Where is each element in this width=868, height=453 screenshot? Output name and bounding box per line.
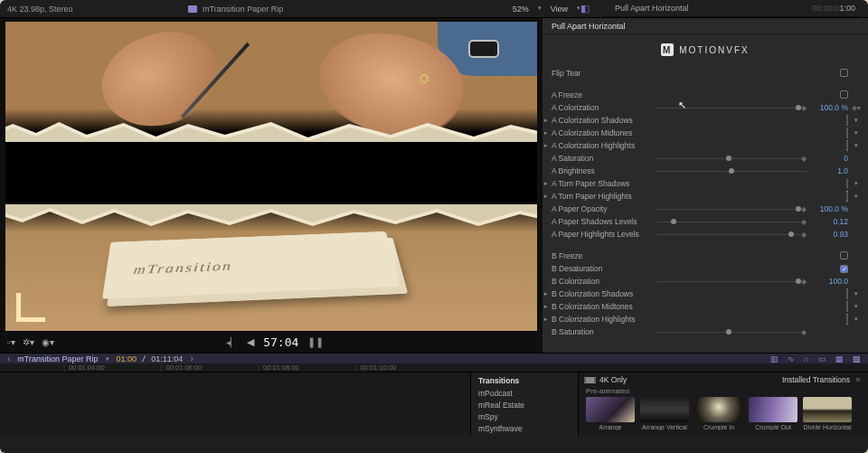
format-label: 4K 23.98p, Stereo (7, 5, 188, 14)
prev-edit-button[interactable]: ◂▏ (226, 337, 238, 347)
disclosure-triangle-icon[interactable]: ▸ (544, 290, 548, 297)
a-colorization-slider[interactable] (796, 105, 801, 110)
param-b-freeze: B Freeze (552, 251, 656, 260)
transitions-category-list: Transitions mPodcast mReal Estate mSpy m… (470, 373, 579, 436)
audio-skimming-icon[interactable]: ∿ (788, 354, 795, 363)
param-a-freeze: A Freeze (552, 90, 656, 99)
clip-filter-icon[interactable] (586, 377, 594, 383)
category-item[interactable]: mSpy (471, 411, 578, 422)
play-backward-button[interactable]: ◀ (247, 336, 254, 348)
param-b-desaturation: B Desaturation (552, 264, 656, 273)
param-a-col-shadows: A Colorization Shadows (552, 116, 656, 125)
param-b-saturation: B Saturation (552, 327, 656, 336)
transition-duration[interactable]: 1:00 (839, 4, 855, 13)
timeline-ruler[interactable]: 00:01:04:00 00:01:06:00 00:01:08:00 00:0… (0, 363, 868, 373)
zoom-dropdown[interactable]: 52% (513, 5, 529, 14)
b-desaturation-checkbox[interactable] (840, 265, 848, 273)
playhead-timecode[interactable]: 57:04 (263, 335, 298, 349)
chevron-down-icon[interactable]: ▾ (854, 316, 858, 323)
chevron-down-icon[interactable]: ▾ (854, 303, 858, 310)
a-freeze-checkbox[interactable] (840, 90, 848, 99)
project-title: mTransition Paper Rip (203, 5, 283, 14)
solo-icon[interactable]: ▭ (818, 354, 826, 363)
chevron-down-icon[interactable]: ▾ (854, 142, 858, 149)
param-a-brightness: A Brightness (552, 166, 656, 175)
b-highlights-swatch[interactable] (846, 314, 848, 325)
transition-group-label: Pre-animated (579, 387, 868, 397)
flip-tear-checkbox[interactable] (840, 69, 848, 77)
inspector-tab-icon[interactable]: ◧ (580, 3, 590, 14)
param-a-torn-shadows: A Torn Paper Shadows (552, 179, 656, 188)
inspector-panel: Pull Apart Horizontal M MOTIONVFX Flip T… (542, 18, 868, 353)
category-item[interactable]: mReal Estate (471, 399, 578, 411)
disclosure-triangle-icon[interactable]: ▸ (544, 303, 548, 310)
b-freeze-checkbox[interactable] (840, 251, 848, 260)
disclosure-triangle-icon[interactable]: ▸ (544, 316, 548, 323)
history-forward-button[interactable]: › (190, 354, 193, 363)
keyframe-menu-icon[interactable]: ◈▾ (852, 104, 861, 112)
category-item[interactable]: mSynthwave (471, 422, 578, 434)
chevron-down-icon[interactable]: ▾ (106, 355, 109, 363)
param-b-col-highlights: B Colorization Highlights (552, 315, 656, 324)
b-colorization-slider[interactable] (796, 278, 801, 284)
timeline-title[interactable]: mTransition Paper Rip (17, 354, 98, 363)
a-midtones-swatch[interactable] (846, 127, 848, 138)
vendor-brand: M MOTIONVFX (542, 34, 868, 67)
chevron-down-icon[interactable]: ▾ (854, 193, 858, 200)
clip-filter-label[interactable]: 4K Only (599, 375, 627, 384)
b-midtones-swatch[interactable] (846, 301, 848, 312)
enhance-tool-icon[interactable]: ◉▾ (42, 337, 54, 347)
disclosure-triangle-icon[interactable]: ▸ (544, 142, 548, 149)
param-a-torn-highlights: A Torn Paper Highlights (552, 192, 656, 201)
viewer-transport-bar: ▫▾ ✲▾ ◉▾ ◂▏ ◀ 57:04 ❚❚ ▕▸ (0, 331, 542, 353)
index-icon[interactable]: ▦ (835, 354, 844, 363)
disclosure-triangle-icon[interactable]: ▸ (544, 180, 548, 187)
a-paper-shadows-slider[interactable] (671, 219, 676, 224)
a-torn-highlights-swatch[interactable] (846, 191, 848, 202)
transition-thumb[interactable]: Crumple Out (749, 397, 797, 430)
chevron-down-icon[interactable]: ≎ (855, 376, 861, 383)
history-back-button[interactable]: ‹ (7, 354, 10, 363)
a-paper-opacity-slider[interactable] (796, 206, 801, 212)
chevron-down-icon[interactable]: ▾ (854, 129, 858, 137)
timeline-tracks[interactable] (0, 373, 470, 436)
timeline-panel: ‹ mTransition Paper Rip ▾ 01:00 / 01:11:… (0, 353, 868, 435)
disclosure-triangle-icon[interactable]: ▸ (544, 117, 548, 124)
b-saturation-slider[interactable] (726, 329, 731, 335)
chevron-down-icon[interactable]: ▾ (854, 117, 858, 124)
b-shadows-swatch[interactable] (846, 288, 848, 299)
preview-canvas[interactable]: mTransition (5, 22, 537, 331)
mouse-cursor-icon: ↖ (678, 99, 686, 111)
a-saturation-slider[interactable] (726, 156, 731, 161)
category-item[interactable]: mPodcast (471, 387, 578, 399)
param-a-saturation: A Saturation (552, 154, 656, 163)
pause-button[interactable]: ❚❚ (307, 336, 324, 348)
a-torn-shadows-swatch[interactable] (846, 178, 848, 189)
transition-set-dropdown[interactable]: Installed Transitions (782, 375, 850, 384)
snapping-icon[interactable]: ∩ (804, 354, 809, 363)
chevron-down-icon[interactable]: ▾ (854, 290, 858, 297)
disclosure-triangle-icon[interactable]: ▸ (544, 129, 548, 137)
a-shadows-swatch[interactable] (846, 115, 848, 126)
param-a-col-highlights: A Colorization Highlights (552, 141, 656, 150)
view-menu[interactable]: View (551, 5, 568, 14)
category-header: Transitions (471, 374, 578, 387)
effects-tool-icon[interactable]: ✲▾ (23, 337, 34, 347)
a-brightness-slider[interactable] (729, 168, 734, 174)
a-highlights-swatch[interactable] (846, 140, 848, 151)
project-icon (188, 5, 197, 13)
skimming-toggle-icon[interactable]: ▥ (770, 354, 778, 363)
card-handwriting: mTransition (132, 259, 232, 278)
scale-tool-icon[interactable]: ▫▾ (7, 337, 15, 347)
a-paper-highlights-slider[interactable] (788, 231, 794, 237)
disclosure-triangle-icon[interactable]: ▸ (544, 193, 548, 200)
keyframe-icon[interactable]: ◆ (801, 328, 807, 336)
chevron-down-icon[interactable]: ▾ (854, 180, 858, 187)
transition-thumb[interactable]: Arrange (586, 397, 635, 430)
transition-thumb[interactable]: Arrange Vertical (640, 397, 689, 430)
param-b-col-shadows: B Colorization Shadows (552, 289, 656, 298)
transition-thumb[interactable]: Crumple In (694, 397, 743, 430)
timeline-timecode: 01:00 / 01:11:04 (117, 354, 184, 363)
effects-browser-icon[interactable]: ▧ (853, 354, 861, 363)
transition-thumb[interactable]: Divide Horizontal (803, 397, 852, 430)
